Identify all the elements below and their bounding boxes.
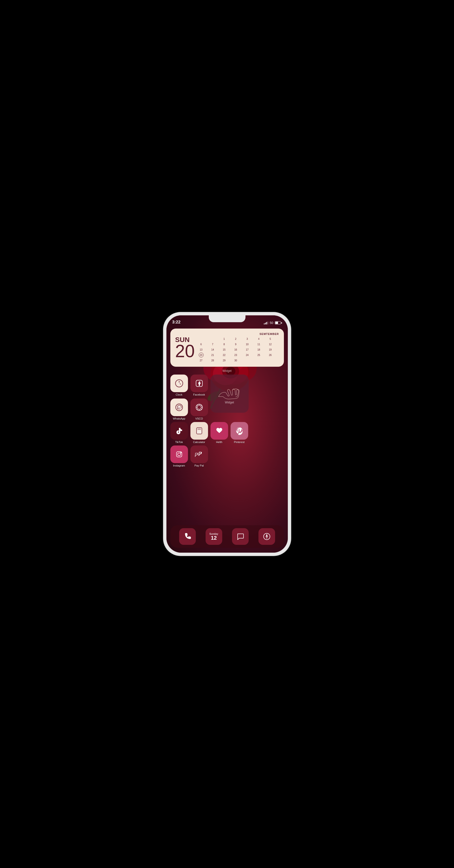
cal-cell: 18 — [256, 347, 261, 352]
dock-safari[interactable] — [259, 528, 275, 545]
cal-cell — [245, 358, 250, 363]
cal-cell: 21 — [210, 352, 215, 358]
pinterest-icon-bg — [231, 422, 248, 440]
svg-point-27 — [197, 431, 198, 432]
app-tiktok[interactable]: TikTok — [170, 422, 188, 443]
battery-icon — [275, 321, 282, 324]
cal-cell: 9 — [233, 342, 238, 347]
vsco-label: VSCO — [195, 417, 203, 420]
vsco-icon-bg — [190, 399, 208, 416]
hands-widget[interactable]: Widget — [210, 375, 249, 413]
cal-cell: 11 — [256, 342, 261, 347]
dock-calendar[interactable]: Sunday 12 — [206, 528, 222, 545]
calendar-day-number: 20 — [175, 343, 195, 359]
svg-point-31 — [199, 433, 200, 433]
safari-icon — [262, 532, 271, 541]
app-health[interactable]: Helth — [210, 422, 228, 443]
app-row-1: Clock WhatsApp — [170, 375, 284, 420]
cal-cell: 29 — [222, 358, 226, 363]
calculator-icon-bg — [190, 422, 208, 440]
dock: Sunday 12 — [170, 525, 284, 548]
cal-cell: 14 — [210, 347, 215, 352]
app-col-left: Clock WhatsApp — [170, 375, 188, 420]
instagram-icon-bg — [170, 445, 188, 463]
health-icon-bg — [210, 422, 228, 440]
svg-point-34 — [178, 453, 181, 456]
paypal-icon — [194, 450, 204, 459]
app-calculator[interactable]: Calculator — [190, 422, 208, 443]
cal-cell: 28 — [210, 358, 215, 363]
pinterest-label: Pinterest — [234, 441, 244, 443]
notch — [209, 315, 245, 322]
home-screen: SUN 20 SEMTEMBER 1 2 3 4 5 — [167, 326, 288, 553]
cal-cell: 19 — [268, 347, 273, 352]
svg-rect-26 — [197, 428, 201, 430]
health-label: Helth — [216, 441, 222, 443]
phone-frame: 3:22 50 SUN 20 SEMTEM — [163, 312, 291, 556]
dock-calendar-num: 12 — [211, 535, 217, 541]
clock-label: Clock — [176, 393, 183, 396]
calendar-widget[interactable]: SUN 20 SEMTEMBER 1 2 3 4 5 — [170, 329, 284, 367]
cal-cell: 4 — [256, 336, 261, 341]
whatsapp-label: WhatsApp — [173, 417, 185, 420]
app-row-2: TikTok — [170, 422, 284, 443]
app-instagram[interactable]: Instagram — [170, 445, 188, 467]
app-pinterest[interactable]: Pinterest — [231, 422, 248, 443]
calendar-date-large: SUN 20 — [175, 336, 195, 359]
whatsapp-icon — [175, 403, 184, 412]
dock-messages[interactable] — [232, 528, 249, 545]
pinterest-icon — [235, 426, 244, 435]
dock-phone[interactable] — [179, 528, 196, 545]
calendar-grid-area: SEMTEMBER 1 2 3 4 5 6 7 8 9 — [199, 333, 279, 363]
paypal-label: Pay Pal — [194, 464, 204, 467]
cal-cell: 8 — [222, 342, 226, 347]
svg-point-28 — [199, 431, 200, 432]
cal-cell — [199, 336, 204, 341]
phone-icon — [183, 532, 192, 541]
cal-cell: 6 — [199, 342, 204, 347]
whatsapp-icon-bg — [170, 399, 188, 416]
svg-line-24 — [197, 409, 198, 410]
facebook-icon — [194, 379, 204, 388]
cal-cell: 13 — [199, 347, 204, 352]
cal-cell — [210, 336, 215, 341]
calculator-label: Calculator — [193, 441, 205, 443]
app-clock[interactable]: Clock — [170, 375, 188, 396]
svg-point-30 — [197, 433, 198, 433]
cal-cell: 12 — [268, 342, 273, 347]
cal-cell: 7 — [210, 342, 215, 347]
paypal-icon-bg — [190, 445, 208, 463]
instagram-label: Instagram — [173, 464, 185, 467]
cal-cell: 16 — [233, 347, 238, 352]
cal-cell: 22 — [222, 352, 226, 358]
cal-cell: 17 — [245, 347, 250, 352]
cal-cell: 2 — [233, 336, 238, 341]
phone-screen: 3:22 50 SUN 20 SEMTEM — [167, 315, 288, 553]
status-time: 3:22 — [172, 320, 181, 324]
svg-point-29 — [200, 431, 201, 432]
cal-cell-today: 20 — [199, 352, 204, 358]
cal-cell — [256, 358, 261, 363]
svg-line-22 — [201, 409, 202, 410]
cal-cell: 25 — [256, 352, 261, 358]
cal-cell: 3 — [245, 336, 250, 341]
messages-icon — [236, 532, 245, 541]
app-row-3: Instagram Pay Pal — [170, 445, 284, 467]
tiktok-icon — [175, 426, 184, 435]
app-paypal[interactable]: Pay Pal — [190, 445, 208, 467]
tiktok-icon-bg — [170, 422, 188, 440]
cal-cell: 1 — [222, 336, 226, 341]
vsco-icon — [194, 403, 204, 412]
app-vsco[interactable]: VSCO — [190, 399, 208, 420]
svg-line-21 — [197, 405, 198, 406]
app-whatsapp[interactable]: WhatsApp — [170, 399, 188, 420]
cal-cell: 27 — [199, 358, 204, 363]
svg-line-23 — [201, 405, 202, 406]
svg-point-16 — [197, 405, 201, 409]
hands-widget-image — [216, 383, 243, 400]
cal-cell: 26 — [268, 352, 273, 358]
health-icon — [215, 426, 224, 435]
svg-point-32 — [200, 433, 201, 433]
signal-icon — [264, 321, 268, 324]
app-facebook[interactable]: Facebook — [190, 375, 208, 396]
